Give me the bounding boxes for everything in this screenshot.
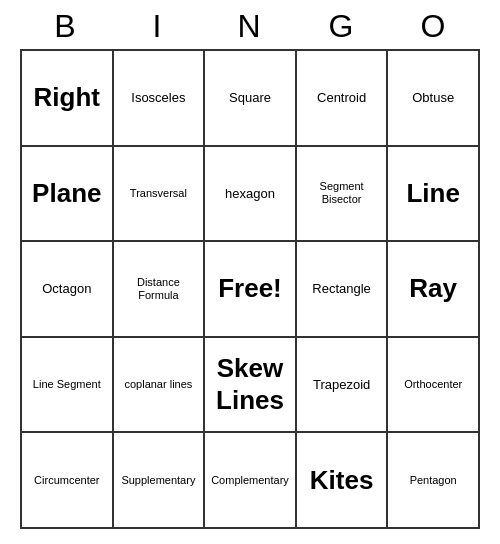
bingo-cell: Plane — [21, 146, 113, 242]
bingo-cell: Ray — [387, 241, 479, 337]
bingo-cell: Supplementary — [113, 432, 205, 528]
header-letter: B — [20, 8, 112, 45]
bingo-cell: Octagon — [21, 241, 113, 337]
bingo-cell: Transversal — [113, 146, 205, 242]
bingo-cell: Right — [21, 50, 113, 146]
bingo-cell: Skew Lines — [204, 337, 296, 433]
bingo-cell: Line — [387, 146, 479, 242]
bingo-header: BINGO — [20, 8, 480, 45]
bingo-cell: Trapezoid — [296, 337, 388, 433]
header-letter: O — [388, 8, 480, 45]
bingo-cell: Centroid — [296, 50, 388, 146]
header-letter: G — [296, 8, 388, 45]
bingo-cell: coplanar lines — [113, 337, 205, 433]
bingo-cell: Line Segment — [21, 337, 113, 433]
bingo-cell: hexagon — [204, 146, 296, 242]
bingo-cell: Square — [204, 50, 296, 146]
bingo-grid: RightIsoscelesSquareCentroidObtusePlaneT… — [20, 49, 480, 529]
bingo-cell: Orthocenter — [387, 337, 479, 433]
bingo-cell: Obtuse — [387, 50, 479, 146]
bingo-cell: Circumcenter — [21, 432, 113, 528]
header-letter: N — [204, 8, 296, 45]
bingo-cell: Rectangle — [296, 241, 388, 337]
bingo-cell: Complementary — [204, 432, 296, 528]
bingo-cell: Free! — [204, 241, 296, 337]
bingo-cell: Kites — [296, 432, 388, 528]
bingo-cell: Isosceles — [113, 50, 205, 146]
bingo-cell: Distance Formula — [113, 241, 205, 337]
bingo-cell: Segment Bisector — [296, 146, 388, 242]
bingo-cell: Pentagon — [387, 432, 479, 528]
header-letter: I — [112, 8, 204, 45]
